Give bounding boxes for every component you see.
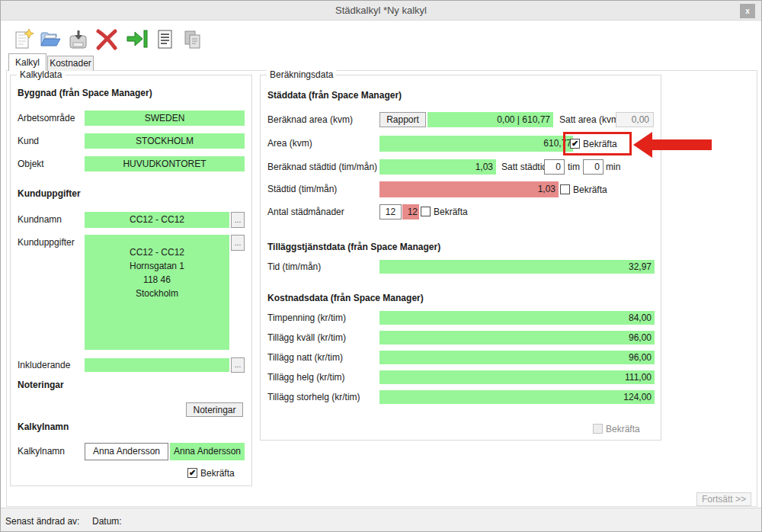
noteringar-button[interactable]: Noteringar [186,402,243,417]
heading-byggnad: Byggnad (från Space Manager) [18,87,152,99]
copy-icon[interactable] [182,28,205,51]
label-tillagg-helg: Tillägg helg (kr/tim) [267,370,345,384]
field-beraknad-area: 0,00 | 610,77 [427,112,553,127]
stadtid-bekrafta-label: Bekräfta [573,184,607,196]
label-antal-stadmanader: Antal städmånader [267,204,344,220]
kalkylnamn-bekrafta-label: Bekräfta [200,467,235,479]
label-beraknad-stadtid: Beräknad städtid (tim/mån) [267,159,377,175]
window-title: Städkalkyl *Ny kalkyl [1,5,761,16]
field-tid: 32,97 [379,260,655,274]
field-kundnamn: CC12 - CC12 [85,212,229,228]
label-kalkylnamn: Kalkylnamn [18,444,65,459]
title-bar: Städkalkyl *Ny kalkyl x [1,1,761,21]
stadmanader-bekrafta-checkbox[interactable] [421,207,431,216]
annotation-highlight-box [563,132,632,155]
kundnamn-browse-button[interactable]: ... [231,212,245,228]
heading-kunduppgifter: Kunduppgifter [18,187,81,200]
label-inkluderande: Inkluderande [18,358,70,372]
kostnad-bekrafta-checkbox [593,424,603,434]
field-timpenning: 84,00 [379,311,655,325]
kund-details-line: CC12 - CC12 [85,245,229,259]
label-tim: tim [568,159,580,175]
field-stadmanader: 12 [402,204,419,220]
satt-area-input: 0,00 [616,112,654,127]
kalkylnamn-input[interactable]: Anna Andersson [85,443,168,460]
label-objekt: Objekt [18,156,44,171]
stadmanader-input[interactable]: 12 [379,204,402,220]
inkluderande-browse-button[interactable]: ... [231,357,245,373]
dialog-stadkalkyl: Städkalkyl *Ny kalkyl x [0,0,762,532]
open-file-icon[interactable] [39,28,62,51]
stadtid-bekrafta-checkbox[interactable] [560,184,570,194]
label-satt-area: Satt area (kvm) [559,112,622,127]
field-stadtid[interactable]: 1,03 [379,181,559,197]
field-tillagg-storhelg: 124,00 [379,390,655,404]
label-min: min [606,159,620,175]
label-tid: Tid (tim/mån) [267,260,321,274]
field-inkluderande [85,358,229,372]
group-berakningsdata: Beräkningsdata [260,75,661,441]
field-tillagg-kvall: 96,00 [379,331,655,345]
field-beraknad-stadtid: 1,03 [379,159,496,175]
group-berakningsdata-legend: Beräkningsdata [267,69,336,80]
label-tillagg-kvall: Tillägg kväll (kr/tim) [267,331,346,345]
field-kund: STOCKHOLM [85,133,245,149]
kunduppgifter-browse-button[interactable]: ... [231,235,245,251]
label-area: Area (kvm) [267,136,312,152]
kalkylnamn-confirmed-field: Anna Andersson [170,443,245,460]
stadmanader-bekrafta-label: Bekräfta [434,206,468,218]
label-tillagg-natt: Tillägg natt (kr/tim) [267,351,343,364]
label-satt-stadtid: Satt städtid [501,159,547,175]
label-beraknad-area: Beräknad area (kvm) [267,112,353,127]
export-icon[interactable] [126,28,149,51]
label-kunduppgifter: Kunduppgifter [18,235,75,250]
kund-details-line: 118 46 [85,273,229,287]
field-arbetsomrade: SWEDEN [85,111,245,126]
label-arbetsomrade: Arbetsområde [18,111,75,126]
kalkylnamn-bekrafta-checkbox[interactable] [187,468,197,478]
fortsatt-button[interactable]: Fortsätt >> [696,492,751,506]
tab-kalkyl[interactable]: Kalkyl [8,53,46,71]
field-tillagg-natt: 96,00 [379,351,655,364]
kund-details-line: Hornsgatan 1 [85,259,229,273]
status-senast-andrad-label: Senast ändrad av: [5,514,79,528]
close-button[interactable]: x [740,4,755,18]
save-icon[interactable] [66,28,89,51]
satt-stadtid-min-input[interactable]: 0 [583,159,604,175]
group-kalkyldata-legend: Kalkyldata [17,69,65,80]
field-objekt: HUVUDKONTORET [85,156,245,171]
label-kundnamn: Kundnamn [18,212,62,227]
heading-staddata: Städdata (från Space Manager) [267,89,402,101]
status-bar: Senast ändrad av: Datum: [1,508,761,532]
kostnad-bekrafta-label: Bekräfta [606,423,640,435]
new-document-icon[interactable] [13,28,36,51]
annotation-arrow-icon [633,130,713,162]
delete-icon[interactable] [94,28,117,51]
heading-kostnadsdata: Kostnadsdata (från Space Manager) [267,292,424,304]
field-tillagg-helg: 111,00 [379,370,655,384]
satt-stadtid-tim-input[interactable]: 0 [544,159,565,175]
field-area[interactable]: 610,77 [379,136,573,152]
label-kund: Kund [18,133,39,149]
heading-noteringar: Noteringar [18,379,64,391]
status-datum-label: Datum: [92,514,122,528]
heading-kalkylnamn: Kalkylnamn [18,421,69,433]
heading-tillaggstjanstdata: Tilläggstjänstdata (från Space Manager) [267,241,440,253]
label-tillagg-storhelg: Tillägg storhelg (kr/tim) [267,390,360,404]
tab-kostnader[interactable]: Kostnader [47,56,94,71]
label-timpenning: Timpenning (kr/tim) [267,311,346,325]
report-icon[interactable] [155,28,178,51]
label-stadtid: Städtid (tim/mån) [267,181,337,197]
rapport-button[interactable]: Rapport [379,112,426,127]
kund-details-line: Stockholm [85,287,229,300]
field-kunduppgifter-details: CC12 - CC12 Hornsgatan 1 118 46 Stockhol… [85,235,229,350]
